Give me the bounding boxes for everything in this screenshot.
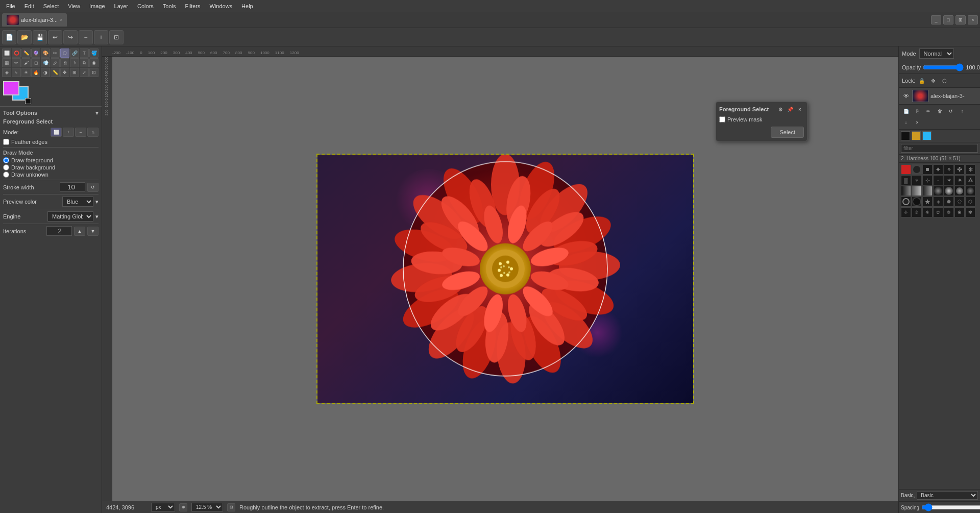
draw-foreground-label[interactable]: Draw foreground bbox=[3, 157, 99, 163]
zoom-toggle-icon[interactable]: ⊡ bbox=[227, 503, 235, 511]
open-file-button[interactable]: 📂 bbox=[17, 30, 32, 44]
tool-options-collapse[interactable]: ▾ bbox=[95, 110, 99, 116]
tool-smudge[interactable]: ≈ bbox=[12, 68, 21, 77]
win-maximize[interactable]: □ bbox=[943, 15, 953, 25]
tool-desaturate[interactable]: ◑ bbox=[41, 68, 50, 77]
tool-move[interactable]: ✥ bbox=[60, 68, 69, 77]
brush-item[interactable] bbox=[912, 197, 922, 207]
draw-background-radio[interactable] bbox=[3, 164, 9, 170]
brush-item[interactable] bbox=[933, 186, 943, 196]
brush-item[interactable]: ⬟ bbox=[944, 197, 954, 207]
brush-swatch-black[interactable] bbox=[901, 131, 910, 140]
duplicate-brush-button[interactable]: ⎘ bbox=[912, 106, 922, 116]
feather-edges-checkbox[interactable] bbox=[3, 139, 9, 145]
brush-item[interactable]: ⬠ bbox=[954, 197, 965, 207]
mode-replace-button[interactable]: ⬜ bbox=[51, 128, 62, 137]
tool-rect-select[interactable]: ⬜ bbox=[2, 48, 11, 58]
iterations-input[interactable] bbox=[46, 226, 72, 236]
tool-blend[interactable]: ▦ bbox=[2, 58, 11, 67]
feather-edges-label[interactable]: Feather edges bbox=[3, 139, 47, 145]
menu-tools[interactable]: Tools bbox=[159, 2, 180, 10]
tool-heal[interactable]: ⚕ bbox=[70, 58, 79, 67]
brush-item[interactable]: ⁂ bbox=[965, 175, 975, 185]
brush-item[interactable] bbox=[965, 186, 975, 196]
tool-pencil[interactable]: ✏ bbox=[12, 58, 21, 67]
layer-item[interactable]: 👁 alex-blajan-3- bbox=[899, 88, 980, 105]
brush-item[interactable] bbox=[944, 186, 954, 196]
tool-paths[interactable]: 🔗 bbox=[70, 48, 79, 58]
tool-measure[interactable]: 📏 bbox=[51, 68, 60, 77]
image-canvas[interactable] bbox=[316, 154, 694, 404]
new-brush-button[interactable]: 📄 bbox=[901, 106, 911, 116]
tool-blur[interactable]: ◉ bbox=[89, 58, 99, 67]
brush-item[interactable]: ❉ bbox=[901, 207, 911, 217]
brush-item[interactable]: ❋ bbox=[922, 207, 933, 217]
redo-button[interactable]: ↪ bbox=[63, 30, 78, 44]
brush-item[interactable]: ⊹ bbox=[922, 175, 933, 185]
tool-perspective-clone[interactable]: ⧉ bbox=[80, 58, 89, 67]
stroke-width-input[interactable] bbox=[60, 182, 85, 192]
refresh-brushes-button[interactable]: ↺ bbox=[946, 106, 956, 116]
brush-item[interactable] bbox=[912, 186, 922, 196]
foreground-color-swatch[interactable] bbox=[3, 81, 19, 95]
menu-edit[interactable]: Edit bbox=[20, 2, 38, 10]
mode-intersect-button[interactable]: ∩ bbox=[87, 128, 99, 137]
brush-filter-input[interactable] bbox=[901, 144, 978, 153]
zoom-selector[interactable]: 12.5 % 25 % 50 % 100 % bbox=[191, 503, 223, 511]
menu-select[interactable]: Select bbox=[39, 2, 63, 10]
brush-item[interactable] bbox=[922, 186, 933, 196]
tool-ellipse-select[interactable]: ⭕ bbox=[12, 48, 21, 58]
engine-select[interactable]: Matting Global Matting Levin bbox=[47, 211, 93, 222]
brush-item[interactable]: ✻ bbox=[912, 175, 922, 185]
tool-foreground-select[interactable]: ⬡ bbox=[60, 48, 69, 58]
tool-align[interactable]: ⊞ bbox=[70, 68, 79, 77]
stroke-reset-button[interactable]: ↺ bbox=[87, 183, 99, 192]
tool-clone[interactable]: ⎘ bbox=[60, 58, 69, 67]
tool-sharpen[interactable]: ◈ bbox=[2, 68, 11, 77]
win-dock[interactable]: ⊞ bbox=[955, 15, 966, 25]
menu-windows[interactable]: Windows bbox=[205, 2, 236, 10]
preview-color-select[interactable]: Blue Red Green bbox=[62, 197, 93, 207]
layer-visibility-icon[interactable]: 👁 bbox=[902, 92, 910, 100]
tool-scissors[interactable]: ✂ bbox=[51, 48, 60, 58]
menu-file[interactable]: File bbox=[2, 2, 19, 10]
tool-dodge[interactable]: ☀ bbox=[21, 68, 31, 77]
menu-view[interactable]: View bbox=[64, 2, 84, 10]
brush-item[interactable]: ▪ bbox=[933, 175, 943, 185]
brush-item[interactable] bbox=[954, 186, 965, 196]
lock-position-button[interactable]: ✥ bbox=[928, 76, 938, 85]
menu-help[interactable]: Help bbox=[237, 2, 257, 10]
undo-button[interactable]: ↩ bbox=[48, 30, 62, 44]
select-button[interactable]: Select bbox=[771, 127, 804, 138]
draw-unknown-label[interactable]: Draw unknown bbox=[3, 172, 99, 178]
brush-item[interactable]: ✤ bbox=[954, 164, 965, 175]
preview-mask-checkbox[interactable] bbox=[719, 116, 725, 123]
menu-filters[interactable]: Filters bbox=[181, 2, 205, 10]
tool-by-color[interactable]: 🎨 bbox=[41, 48, 50, 58]
dialog-close-icon[interactable]: × bbox=[796, 105, 804, 113]
menu-image[interactable]: Image bbox=[85, 2, 109, 10]
brush-item[interactable]: ❁ bbox=[944, 207, 954, 217]
brush-category-select[interactable]: Basic Classic bbox=[917, 491, 978, 500]
brush-item[interactable] bbox=[901, 197, 911, 207]
delete-brush-button[interactable]: 🗑 bbox=[935, 106, 945, 116]
tool-eraser[interactable]: ◻ bbox=[31, 58, 40, 67]
brush-item[interactable]: ✷ bbox=[954, 175, 965, 185]
save-button[interactable]: 💾 bbox=[33, 30, 47, 44]
tool-airbrush[interactable]: 💨 bbox=[41, 58, 50, 67]
close-brushes-button[interactable]: × bbox=[912, 117, 922, 128]
zoom-out-button[interactable]: − bbox=[79, 30, 93, 44]
brush-item[interactable]: ✾ bbox=[965, 207, 975, 217]
menu-layer[interactable]: Layer bbox=[110, 2, 133, 10]
draw-background-label[interactable]: Draw background bbox=[3, 164, 99, 170]
draw-foreground-radio[interactable] bbox=[3, 157, 9, 163]
iterations-up[interactable]: ▲ bbox=[74, 227, 85, 236]
brush-item[interactable]: ❀ bbox=[954, 207, 965, 217]
brush-item[interactable]: ✿ bbox=[933, 207, 943, 217]
brush-item[interactable]: ★ bbox=[922, 197, 933, 207]
brush-down-button[interactable]: ↓ bbox=[901, 117, 911, 128]
reset-colors-button[interactable] bbox=[25, 98, 31, 104]
tool-ink[interactable]: 🖊 bbox=[51, 58, 60, 67]
tool-burn[interactable]: 🔥 bbox=[31, 68, 40, 77]
brush-item[interactable] bbox=[901, 164, 911, 175]
